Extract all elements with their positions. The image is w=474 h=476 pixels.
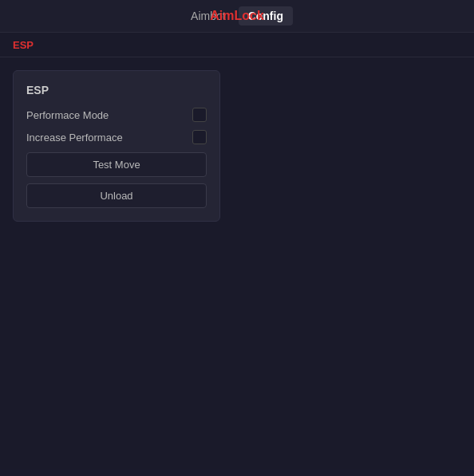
toggle-performance-mode[interactable]: [192, 108, 207, 122]
esp-card: ESP Performace Mode Increase Performace …: [13, 70, 220, 222]
main-content: ESP Performace Mode Increase Performace …: [0, 57, 474, 470]
app-title: AimLock: [210, 9, 264, 23]
test-move-button[interactable]: Test Move: [26, 152, 207, 177]
toggle-row-performance-mode: Performace Mode: [26, 108, 207, 122]
subnav: ESP: [0, 33, 474, 57]
subnav-item-esp[interactable]: ESP: [13, 39, 34, 51]
esp-card-title: ESP: [26, 84, 207, 96]
toggle-row-increase-performance: Increase Performace: [26, 130, 207, 144]
toggle-label-performance-mode: Performace Mode: [26, 109, 109, 121]
unload-button[interactable]: Unload: [26, 183, 207, 208]
header: Aimbot Config AimLock: [0, 0, 474, 33]
toggle-increase-performance[interactable]: [192, 130, 207, 144]
toggle-label-increase-performance: Increase Performace: [26, 132, 123, 144]
